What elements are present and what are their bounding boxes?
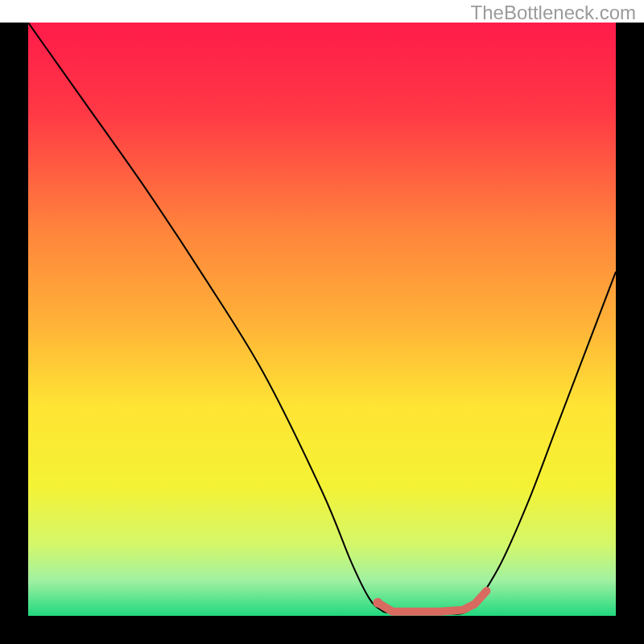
watermark-text: TheBottleneck.com (471, 2, 636, 24)
chart-svg (28, 23, 616, 616)
gradient-background (28, 23, 616, 616)
chart-container: TheBottleneck.com (0, 0, 644, 644)
plot-area (28, 23, 616, 616)
highlight-dot-icon (373, 598, 382, 608)
